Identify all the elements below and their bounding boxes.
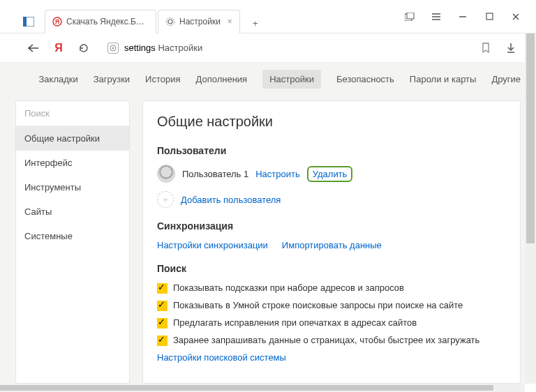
bookmark-icon[interactable] <box>479 41 493 55</box>
sync-settings-link[interactable]: Настройки синхронизации <box>157 240 268 250</box>
back-button[interactable] <box>27 41 40 55</box>
yandex-home-button[interactable]: Я <box>52 41 66 55</box>
checkbox[interactable] <box>157 301 168 311</box>
tab-settings[interactable]: Настройки × <box>158 10 240 33</box>
sidebar-item-general[interactable]: Общие настройки <box>16 126 129 151</box>
reload-button[interactable] <box>77 41 91 55</box>
search-option-label: Показывать подсказки при наборе адресов … <box>173 282 404 294</box>
svg-rect-7 <box>407 13 414 19</box>
svg-text:Я: Я <box>55 18 59 25</box>
menu-icon[interactable] <box>431 12 441 22</box>
user-name: Пользователь 1 <box>182 169 248 179</box>
sidebar-toggle-icon[interactable] <box>20 13 38 31</box>
add-user-row[interactable]: + Добавить пользователя <box>157 191 506 208</box>
search-option-label: Заранее запрашивать данные о страницах, … <box>173 335 479 347</box>
sidebar-search[interactable]: Поиск <box>16 101 129 126</box>
search-option-row: Показывать подсказки при наборе адресов … <box>157 282 506 294</box>
search-option-row: Предлагать исправления при опечатках в а… <box>157 317 506 329</box>
sidebar-item-system[interactable]: Системные <box>16 224 129 248</box>
window-controls <box>405 12 536 22</box>
close-button[interactable] <box>511 12 521 22</box>
svg-point-4 <box>168 20 172 24</box>
plus-icon: + <box>157 191 174 208</box>
scrollbar-thumb[interactable] <box>526 33 535 243</box>
content-area: Поиск Общие настройки Интерфейс Инструме… <box>0 95 536 384</box>
nav-extensions[interactable]: Дополнения <box>196 74 248 84</box>
page-title: Общие настройки <box>157 114 506 130</box>
tab-strip: Я Скачать Яндекс.Браузер д... Настройки … <box>0 0 405 33</box>
horizontal-scrollbar[interactable] <box>0 384 525 392</box>
svg-rect-1 <box>23 17 27 27</box>
settings-main: Общие настройки Пользователи Пользовател… <box>142 100 521 384</box>
nav-security[interactable]: Безопасность <box>336 74 394 84</box>
nav-other[interactable]: Другие <box>491 74 521 84</box>
search-heading: Поиск <box>157 263 506 274</box>
sync-heading: Синхронизация <box>157 220 506 232</box>
avatar <box>157 165 175 183</box>
gear-icon <box>165 17 175 27</box>
tab-yandex-download[interactable]: Я Скачать Яндекс.Браузер д... <box>45 10 156 33</box>
add-user-link[interactable]: Добавить пользователя <box>181 195 281 205</box>
sidebar-item-interface[interactable]: Интерфейс <box>16 151 129 175</box>
close-icon[interactable]: × <box>228 17 232 27</box>
sidebar-item-sites[interactable]: Сайты <box>16 199 129 224</box>
delete-user-link[interactable]: Удалить <box>307 166 353 182</box>
user-row: Пользователь 1 Настроить Удалить <box>157 165 506 183</box>
checkbox[interactable] <box>157 318 168 329</box>
maximize-button[interactable] <box>484 12 494 22</box>
settings-sidebar: Поиск Общие настройки Интерфейс Инструме… <box>15 100 130 384</box>
import-data-link[interactable]: Импортировать данные <box>282 240 382 250</box>
yandex-icon: Я <box>52 17 62 27</box>
search-option-label: Показывать в Умной строке поисковые запр… <box>173 300 463 312</box>
configure-user-link[interactable]: Настроить <box>255 169 300 179</box>
tab-title: Настройки <box>179 17 221 27</box>
nav-settings[interactable]: Настройки <box>262 70 321 89</box>
downloads-icon[interactable] <box>504 41 518 55</box>
address-text: settings Настройки <box>124 43 202 53</box>
new-tab-button[interactable]: + <box>246 14 265 33</box>
scrollbar-thumb[interactable] <box>0 385 493 391</box>
sync-links: Настройки синхронизации Импортировать да… <box>157 240 506 250</box>
search-option-row: Показывать в Умной строке поисковые запр… <box>157 300 506 312</box>
checkbox[interactable] <box>157 283 168 294</box>
search-engine-link[interactable]: Настройки поисковой системы <box>157 352 506 363</box>
site-info-icon[interactable] <box>107 43 119 54</box>
svg-rect-12 <box>486 13 493 20</box>
toolbar: Я settings Настройки <box>0 33 536 63</box>
nav-bookmarks[interactable]: Закладки <box>39 74 78 84</box>
search-option-row: Заранее запрашивать данные о страницах, … <box>157 335 506 347</box>
nav-passwords[interactable]: Пароли и карты <box>410 74 477 84</box>
tabs-overview-icon[interactable] <box>405 12 415 22</box>
sidebar-item-tools[interactable]: Инструменты <box>16 175 129 199</box>
tab-title: Скачать Яндекс.Браузер д... <box>66 17 149 27</box>
address-bar[interactable]: settings Настройки <box>102 43 468 54</box>
users-heading: Пользователи <box>157 145 506 156</box>
nav-downloads[interactable]: Загрузки <box>94 74 130 84</box>
nav-history[interactable]: История <box>145 74 180 84</box>
titlebar: Я Скачать Яндекс.Браузер д... Настройки … <box>0 0 536 33</box>
search-option-label: Предлагать исправления при опечатках в а… <box>173 317 417 329</box>
checkbox[interactable] <box>157 336 168 346</box>
minimize-button[interactable] <box>458 12 468 22</box>
vertical-scrollbar[interactable] <box>525 33 536 384</box>
svg-point-5 <box>167 18 174 26</box>
svg-point-16 <box>112 47 114 48</box>
settings-navbar: Закладки Загрузки История Дополнения Нас… <box>0 63 536 95</box>
